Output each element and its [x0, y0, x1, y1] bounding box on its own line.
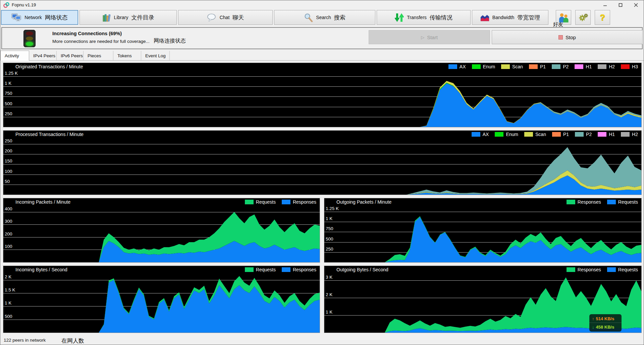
chart-title: Processed Transactions / Minute	[3, 132, 84, 137]
toolbar-tab-network[interactable]: Network网络状态	[1, 10, 78, 25]
close-button[interactable]	[628, 0, 644, 10]
legend-label: Scan	[535, 132, 546, 137]
help-icon: ?	[600, 13, 605, 22]
legend-requests: Requests	[245, 199, 276, 205]
y-axis-label: 1.25 K	[326, 206, 339, 211]
legend-label: Enum	[506, 132, 518, 137]
legend-label: P1	[540, 64, 546, 69]
traffic-light-icon	[23, 30, 36, 47]
start-button[interactable]: ▷ Start	[369, 30, 490, 44]
view-tab-label: Activity	[5, 53, 19, 58]
stop-icon	[558, 35, 563, 40]
series-ax	[3, 83, 641, 127]
friends-label: 好友	[553, 21, 563, 28]
maximize-button[interactable]	[613, 0, 628, 10]
legend-label: Requests	[256, 199, 276, 205]
y-axis-label: 1 K	[5, 81, 11, 86]
chart-plot-area: 1.25 K1 K750500250	[324, 206, 641, 262]
legend-label: Requests	[618, 267, 638, 272]
y-axis-label: 150	[5, 158, 12, 163]
legend-requests: Requests	[245, 267, 276, 272]
y-axis-label: 2 K	[326, 292, 332, 297]
legend-h1: H1	[598, 132, 615, 137]
legend-swatch	[472, 64, 481, 69]
charts-area: Originated Transactions / MinuteAXEnumSc…	[0, 61, 644, 336]
legend-label: H1	[586, 64, 592, 69]
view-tab-strip: ActivityIPv4 PeersIPv6 PeersPiecesTokens…	[0, 51, 644, 61]
toolbar-tab-transfers[interactable]: Transfers传输情况	[377, 10, 471, 25]
legend-p1: P1	[529, 64, 546, 69]
legend-swatch	[575, 64, 583, 69]
legend-swatch	[282, 200, 290, 204]
chart-legend: ResponsesRequests	[567, 267, 641, 272]
legend-label: AX	[483, 132, 489, 137]
toolbar-tab-label-zh: 传输情况	[430, 14, 452, 21]
minimize-button[interactable]	[597, 0, 613, 10]
connection-status-subtext-zh: 网络连接状态	[154, 38, 186, 45]
legend-swatch	[501, 64, 510, 69]
legend-swatch	[567, 200, 575, 204]
stop-button[interactable]: Stop	[492, 30, 643, 44]
legend-swatch	[282, 267, 290, 272]
chart-outgoing-packets: Outgoing Packets / MinuteResponsesReques…	[324, 198, 642, 263]
title-bar: Fopnu v1.19	[0, 0, 644, 10]
y-axis-label: 1.5 K	[5, 287, 15, 292]
toolbar-tab-search[interactable]: Search搜索	[274, 10, 375, 25]
stop-button-label: Stop	[566, 34, 576, 40]
window-title: Fopnu v1.19	[12, 2, 36, 7]
view-tab-pieces[interactable]: Pieces	[84, 51, 113, 60]
chart-plot-area: 25020015010050	[3, 138, 641, 195]
transfer-speed-overlay: ↑514 KB/s↓458 KB/s	[589, 314, 622, 332]
view-tab-tokens[interactable]: Tokens	[113, 51, 141, 60]
y-axis-label: 500	[326, 236, 333, 242]
legend-enum: Enum	[472, 64, 495, 69]
help-button[interactable]: ?	[595, 10, 610, 25]
up-arrow-icon: ↑	[592, 316, 594, 321]
toolbar-tab-label: Bandwidth	[492, 15, 514, 20]
y-axis-label: 3 K	[326, 275, 332, 280]
view-tab-activity[interactable]: Activity	[0, 51, 29, 61]
legend-requests: Requests	[607, 267, 638, 272]
legend-responses: Responses	[282, 199, 316, 205]
y-axis-label: 250	[5, 138, 12, 143]
y-axis-label: 300	[5, 219, 12, 224]
legend-scan: Scan	[501, 64, 523, 69]
legend-label: AX	[460, 64, 466, 69]
toolbar-tab-chat[interactable]: Chat聊天	[178, 10, 273, 25]
chart-title: Incoming Bytes / Second	[3, 267, 67, 272]
view-tab-event-log[interactable]: Event Log	[141, 51, 170, 60]
settings-button[interactable]	[575, 10, 591, 25]
view-tab-label: IPv4 Peers	[33, 53, 55, 58]
toolbar-tab-label-zh: 带宽管理	[517, 14, 540, 21]
y-axis-label: 250	[5, 111, 12, 116]
legend-swatch	[598, 132, 606, 137]
view-tab-ipv4-peers[interactable]: IPv4 Peers	[29, 51, 57, 60]
legend-swatch	[621, 132, 630, 137]
legend-p2: P2	[575, 132, 592, 137]
search-icon	[304, 13, 313, 22]
status-bar: 122 peers in network 在网人数	[0, 336, 644, 345]
legend-swatch	[245, 200, 254, 204]
legend-label: P1	[563, 132, 569, 137]
peers-count-zh: 在网人数	[61, 337, 84, 345]
legend-swatch	[495, 132, 503, 137]
legend-responses: Responses	[567, 199, 601, 205]
toolbar-tab-library[interactable]: Library文件目录	[79, 10, 177, 25]
traffic-light-red	[26, 31, 33, 36]
legend-h2: H2	[598, 64, 615, 69]
traffic-light-yellow	[26, 37, 33, 41]
legend-swatch	[552, 132, 561, 137]
legend-swatch	[567, 267, 575, 272]
legend-swatch	[529, 64, 538, 69]
connection-status-heading: Increasing Connections (69%)	[52, 31, 122, 36]
down-arrow-icon: ↓	[592, 325, 594, 330]
toolbar-tab-label-zh: 文件目录	[131, 14, 154, 21]
legend-swatch	[245, 267, 254, 272]
legend-swatch	[552, 64, 560, 69]
toolbar-tab-bandwidth[interactable]: Bandwidth带宽管理	[472, 10, 548, 25]
main-toolbar: Network网络状态Library文件目录Chat聊天Search搜索Tran…	[1, 10, 644, 25]
legend-swatch	[448, 64, 457, 69]
toolbar-tab-label-zh: 聊天	[232, 14, 244, 21]
y-axis-label: 2 K	[5, 274, 11, 279]
view-tab-ipv6-peers[interactable]: IPv6 Peers	[57, 51, 84, 60]
